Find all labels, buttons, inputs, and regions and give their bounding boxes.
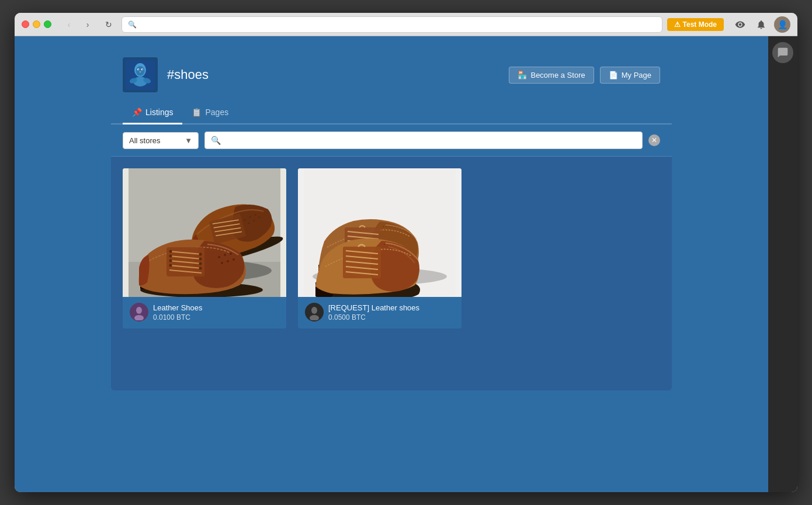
user-avatar-button[interactable]: 👤 xyxy=(774,16,790,33)
svg-point-41 xyxy=(199,267,202,270)
title-bar: ‹ › ↻ 🔍 ob://#shoes ⚠ Test Mode 👤 xyxy=(15,13,797,36)
svg-point-44 xyxy=(230,252,232,255)
dropdown-chevron-icon: ▼ xyxy=(185,136,192,145)
svg-point-67 xyxy=(311,307,317,314)
seller-avatar xyxy=(305,303,324,321)
toolbar-icons: 👤 xyxy=(732,16,790,33)
svg-point-34 xyxy=(169,250,172,253)
svg-point-6 xyxy=(142,69,143,70)
test-mode-button[interactable]: ⚠ Test Mode xyxy=(667,18,724,31)
traffic-lights xyxy=(22,20,51,28)
reload-button[interactable]: ↻ xyxy=(100,18,117,32)
tab-pages[interactable]: 📋 Pages xyxy=(182,102,238,124)
tabs-bar: 📌 Listings 📋 Pages xyxy=(111,102,672,124)
listing-info: Leather Shoes 0.0100 BTC xyxy=(123,297,286,328)
content-wrapper: #shoes 🏪 Become a Store 📄 My Page xyxy=(111,48,672,390)
address-bar[interactable]: 🔍 ob://#shoes xyxy=(122,16,662,33)
svg-point-38 xyxy=(199,253,202,256)
clear-search-button[interactable]: ✕ xyxy=(648,134,660,146)
forward-button[interactable]: › xyxy=(79,18,96,32)
page-icon: 📄 xyxy=(609,71,618,79)
svg-point-2 xyxy=(136,66,145,76)
minimize-button[interactable] xyxy=(33,20,40,28)
browser-window: ‹ › ↻ 🔍 ob://#shoes ⚠ Test Mode 👤 xyxy=(15,13,797,492)
listing-card[interactable]: [REQUEST] Leather shoes 0.0500 BTC xyxy=(298,168,461,328)
tab-listings[interactable]: 📌 Listings xyxy=(123,102,182,124)
listing-image xyxy=(123,168,286,297)
listing-title: Leather Shoes xyxy=(153,303,279,312)
back-button[interactable]: ‹ xyxy=(61,18,77,32)
page-area: #shoes 🏪 Become a Store 📄 My Page xyxy=(15,36,768,492)
svg-point-36 xyxy=(169,260,172,262)
store-filter-label: All stores xyxy=(129,136,160,145)
svg-point-39 xyxy=(199,258,202,261)
listing-title: [REQUEST] Leather shoes xyxy=(328,303,454,312)
become-store-button[interactable]: 🏪 Become a Store xyxy=(509,67,594,84)
listings-area: Leather Shoes 0.0100 BTC xyxy=(111,157,672,390)
svg-point-45 xyxy=(221,262,223,264)
svg-point-43 xyxy=(224,254,226,256)
header-buttons: 🏪 Become a Store 📄 My Page xyxy=(509,67,660,84)
channel-avatar xyxy=(123,57,158,92)
maximize-button[interactable] xyxy=(44,20,51,28)
filter-bar: All stores ▼ 🔍 #shoes ✕ xyxy=(111,124,672,157)
svg-point-47 xyxy=(233,258,235,261)
nav-buttons: ‹ › xyxy=(61,18,96,32)
store-icon: 🏪 xyxy=(518,71,527,79)
listing-details: Leather Shoes 0.0100 BTC xyxy=(153,303,279,321)
listing-info: [REQUEST] Leather shoes 0.0500 BTC xyxy=(298,297,461,328)
close-button[interactable] xyxy=(22,20,29,28)
browser-content: #shoes 🏪 Become a Store 📄 My Page xyxy=(15,36,797,492)
listing-image xyxy=(298,168,461,297)
svg-point-42 xyxy=(218,256,220,258)
listing-card[interactable]: Leather Shoes 0.0100 BTC xyxy=(123,168,286,328)
search-field-icon: 🔍 xyxy=(211,136,221,145)
address-input[interactable]: ob://#shoes xyxy=(140,20,656,29)
search-field[interactable]: 🔍 #shoes xyxy=(204,132,643,149)
my-page-button[interactable]: 📄 My Page xyxy=(600,67,660,84)
pages-tab-icon: 📋 xyxy=(192,108,202,117)
svg-point-5 xyxy=(138,69,139,70)
svg-point-49 xyxy=(136,307,142,314)
search-input[interactable]: #shoes xyxy=(224,136,636,145)
listings-tab-icon: 📌 xyxy=(132,108,142,117)
listing-price: 0.0500 BTC xyxy=(328,313,454,321)
listing-price: 0.0100 BTC xyxy=(153,313,279,321)
bell-icon-button[interactable] xyxy=(753,16,769,33)
eye-icon-button[interactable] xyxy=(732,16,748,33)
shoe-image-1 xyxy=(123,168,286,297)
channel-header: #shoes 🏪 Become a Store 📄 My Page xyxy=(111,48,672,102)
svg-point-40 xyxy=(199,262,202,265)
sidebar-chat-icon[interactable] xyxy=(772,42,793,63)
svg-point-37 xyxy=(169,264,172,267)
channel-title: #shoes xyxy=(167,67,499,82)
search-icon: 🔍 xyxy=(128,20,137,29)
svg-point-35 xyxy=(169,255,172,258)
listing-details: [REQUEST] Leather shoes 0.0500 BTC xyxy=(328,303,454,321)
shoe-image-2 xyxy=(298,168,461,297)
store-filter-dropdown[interactable]: All stores ▼ xyxy=(123,132,199,149)
svg-point-46 xyxy=(227,260,229,262)
listings-grid: Leather Shoes 0.0100 BTC xyxy=(123,168,660,328)
seller-avatar xyxy=(130,303,148,321)
right-sidebar xyxy=(768,36,797,492)
